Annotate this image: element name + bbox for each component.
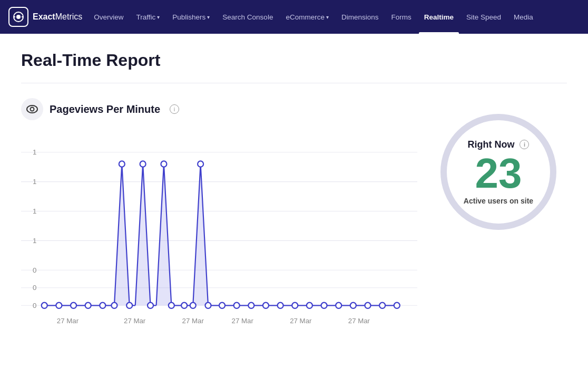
svg-point-37 xyxy=(234,303,240,308)
svg-text:1: 1 xyxy=(33,178,36,186)
active-users-label: Active users on site xyxy=(464,197,533,205)
svg-marker-20 xyxy=(114,164,130,305)
nav-forms[interactable]: Forms xyxy=(386,0,416,34)
right-now-title: Right Now i xyxy=(468,139,530,150)
svg-point-1 xyxy=(16,15,21,19)
chart-title: Pageviews Per Minute xyxy=(50,103,160,115)
nav-realtime[interactable]: Realtime xyxy=(419,0,459,34)
svg-text:27 Mar: 27 Mar xyxy=(348,317,370,325)
logo-icon xyxy=(8,7,28,27)
page-content: Real-Time Report Pageviews Per Minute i xyxy=(0,34,588,348)
chart-info-icon[interactable]: i xyxy=(170,104,179,114)
svg-text:27 Mar: 27 Mar xyxy=(290,317,312,325)
svg-point-41 xyxy=(292,303,298,308)
svg-point-29 xyxy=(111,303,117,308)
svg-point-45 xyxy=(350,303,356,308)
divider xyxy=(21,83,567,83)
svg-marker-21 xyxy=(135,164,151,305)
pageviews-chart: 1 1 1 1 0 0 0 xyxy=(21,129,417,329)
svg-text:0: 0 xyxy=(33,266,36,274)
svg-text:1: 1 xyxy=(33,207,36,215)
svg-point-50 xyxy=(140,161,146,167)
svg-text:1: 1 xyxy=(33,148,36,156)
svg-point-35 xyxy=(205,303,211,308)
svg-point-26 xyxy=(71,303,76,308)
nav-media[interactable]: Media xyxy=(508,0,538,34)
svg-point-28 xyxy=(100,303,105,308)
page-title: Real-Time Report xyxy=(21,51,567,70)
svg-point-25 xyxy=(56,303,62,308)
svg-point-43 xyxy=(321,303,327,308)
svg-marker-22 xyxy=(156,164,172,305)
svg-point-40 xyxy=(278,303,283,308)
svg-point-30 xyxy=(126,303,132,308)
svg-point-31 xyxy=(148,303,153,308)
svg-point-27 xyxy=(85,303,91,308)
svg-marker-23 xyxy=(193,164,208,305)
logo[interactable]: ExactMetrics xyxy=(8,7,82,27)
active-users-circle: Right Now i 23 Active users on site xyxy=(440,114,556,230)
right-now-info-icon[interactable]: i xyxy=(520,140,529,149)
svg-point-32 xyxy=(169,303,174,308)
right-now-section: Right Now i 23 Active users on site xyxy=(430,98,567,230)
eye-icon xyxy=(21,98,43,120)
nav-search-console[interactable]: Search Console xyxy=(217,0,278,34)
svg-point-33 xyxy=(181,303,187,308)
svg-text:1: 1 xyxy=(33,237,36,245)
chart-header: Pageviews Per Minute i xyxy=(21,98,417,120)
nav-dimensions[interactable]: Dimensions xyxy=(336,0,384,34)
svg-text:27 Mar: 27 Mar xyxy=(57,317,79,325)
ecommerce-caret: ▾ xyxy=(326,14,329,20)
svg-point-51 xyxy=(161,161,166,167)
svg-point-47 xyxy=(379,303,385,308)
nav-traffic[interactable]: Traffic▾ xyxy=(131,0,165,34)
svg-text:27 Mar: 27 Mar xyxy=(232,317,254,325)
svg-point-46 xyxy=(365,303,370,308)
content-row: Pageviews Per Minute i 1 1 1 xyxy=(21,98,567,331)
chart-area: 1 1 1 1 0 0 0 xyxy=(21,129,417,331)
nav-publishers[interactable]: Publishers▾ xyxy=(167,0,215,34)
svg-point-24 xyxy=(42,303,47,308)
svg-point-38 xyxy=(248,303,254,308)
active-users-count: 23 xyxy=(475,152,522,195)
svg-point-49 xyxy=(119,161,125,167)
brand-name: ExactMetrics xyxy=(33,12,82,22)
main-nav: ExactMetrics Overview Traffic▾ Publisher… xyxy=(0,0,588,34)
svg-point-36 xyxy=(219,303,225,308)
chart-section: Pageviews Per Minute i 1 1 1 xyxy=(21,98,417,331)
traffic-caret: ▾ xyxy=(157,14,160,20)
svg-point-5 xyxy=(31,108,34,111)
svg-point-44 xyxy=(336,303,341,308)
svg-point-34 xyxy=(190,303,196,308)
svg-point-4 xyxy=(27,105,37,113)
svg-point-52 xyxy=(198,161,203,167)
svg-text:27 Mar: 27 Mar xyxy=(182,317,204,325)
svg-text:0: 0 xyxy=(33,302,36,310)
svg-text:0: 0 xyxy=(33,284,36,292)
nav-ecommerce[interactable]: eCommerce▾ xyxy=(280,0,334,34)
svg-point-48 xyxy=(394,303,400,308)
publishers-caret: ▾ xyxy=(207,14,210,20)
nav-overview[interactable]: Overview xyxy=(89,0,129,34)
svg-text:27 Mar: 27 Mar xyxy=(124,317,146,325)
svg-point-42 xyxy=(307,303,312,308)
nav-site-speed[interactable]: Site Speed xyxy=(461,0,506,34)
svg-point-39 xyxy=(263,303,269,308)
